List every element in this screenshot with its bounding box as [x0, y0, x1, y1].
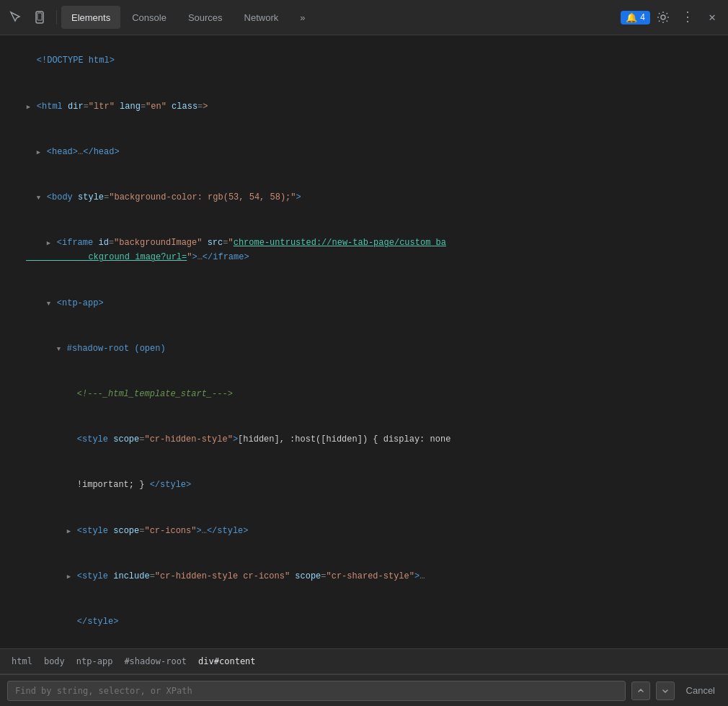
tab-more[interactable]: » — [290, 6, 315, 29]
iframe-line[interactable]: <iframe id="backgroundImage" src="chrome… — [0, 220, 728, 281]
style-close-line[interactable]: </style> — [0, 599, 728, 644]
svg-rect-1 — [37, 13, 42, 20]
style-include-line[interactable]: <style include="cr-hidden-style cr-icons… — [0, 553, 728, 599]
devtools-toolbar: Elements Console Sources Network » 🔔 4 ⋮… — [0, 0, 728, 35]
bell-icon: 🔔 — [626, 12, 637, 23]
toolbar-separator-1 — [56, 10, 57, 24]
find-cancel-button[interactable]: Cancel — [680, 682, 721, 699]
comment-start-line[interactable]: <!---_html_template_start_---> — [0, 372, 728, 417]
html-element-line[interactable]: <html dir="ltr" lang="en" class=> — [0, 84, 728, 129]
find-next-button[interactable] — [656, 682, 675, 700]
find-prev-button[interactable] — [631, 682, 650, 700]
notification-count: 4 — [640, 12, 645, 22]
doctype-line[interactable]: <!DOCTYPE html> — [0, 38, 728, 84]
settings-button[interactable] — [652, 6, 675, 29]
inspect-element-button[interactable] — [4, 6, 27, 29]
head-line[interactable]: <head>…</head> — [0, 129, 728, 174]
style-ntp-app-line[interactable]: <style include="cr-shared-style" scope="… — [0, 645, 728, 648]
breadcrumb-shadow-root[interactable]: #shadow-root — [118, 653, 192, 669]
style-cr-hidden-line[interactable]: <style scope="cr-hidden-style">[hidden],… — [0, 417, 728, 463]
style-important-line[interactable]: !important; } </style> — [0, 463, 728, 508]
breadcrumb-div-content[interactable]: div#content — [192, 653, 261, 669]
find-bar: Cancel — [0, 674, 728, 706]
find-input[interactable] — [7, 681, 626, 701]
tab-elements[interactable]: Elements — [61, 6, 120, 29]
tab-network[interactable]: Network — [234, 6, 289, 29]
tab-console[interactable]: Console — [122, 6, 177, 29]
breadcrumb-body[interactable]: body — [38, 653, 71, 669]
svg-point-2 — [661, 15, 665, 19]
breadcrumb-ntp-app[interactable]: ntp-app — [71, 653, 119, 669]
more-options-button[interactable]: ⋮ — [676, 6, 699, 29]
breadcrumb-html[interactable]: html — [6, 653, 38, 669]
tab-sources[interactable]: Sources — [178, 6, 233, 29]
style-cr-icons-line[interactable]: <style scope="cr-icons">…</style> — [0, 508, 728, 553]
notification-button[interactable]: 🔔 4 — [621, 11, 650, 24]
close-button[interactable]: ✕ — [701, 6, 724, 29]
shadow-root-line[interactable]: #shadow-root (open) — [0, 326, 728, 371]
ntp-app-line[interactable]: <ntp-app> — [0, 280, 728, 326]
device-toolbar-button[interactable] — [29, 6, 52, 29]
breadcrumb-bar: html body ntp-app #shadow-root div#conte… — [0, 648, 728, 674]
elements-panel: <!DOCTYPE html> <html dir="ltr" lang="en… — [0, 35, 728, 648]
body-line[interactable]: <body style="background-color: rgb(53, 5… — [0, 175, 728, 220]
